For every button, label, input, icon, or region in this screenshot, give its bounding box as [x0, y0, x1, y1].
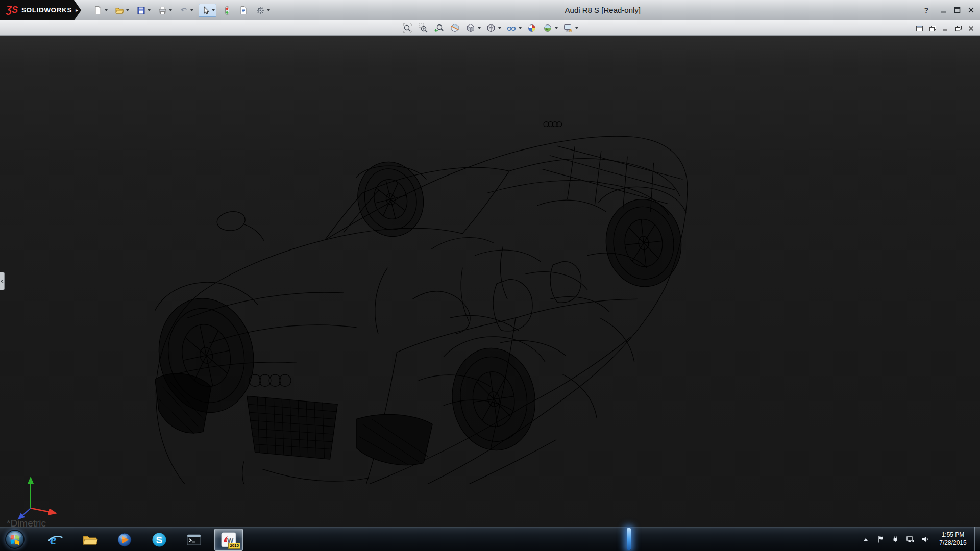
window-title: Audi R8 S [Read-only]	[565, 6, 641, 14]
network-button[interactable]	[904, 533, 916, 545]
menu-expand-icon[interactable]: ▸	[76, 7, 78, 13]
help-button[interactable]: ?	[924, 6, 928, 14]
coordinate-triad-icon	[10, 472, 59, 523]
hide-show-items-dropdown[interactable]	[519, 27, 522, 31]
select-icon	[200, 5, 210, 15]
hide-show-items-button[interactable]	[504, 21, 523, 35]
zoom-to-fit-button[interactable]	[400, 21, 414, 35]
flag-icon	[876, 535, 885, 543]
undo-dropdown[interactable]	[190, 9, 193, 13]
view-settings-icon	[562, 22, 574, 34]
display-style-button[interactable]	[484, 21, 503, 35]
new-button[interactable]	[91, 4, 109, 17]
zoom-to-fit-icon	[402, 22, 413, 34]
svg-text:S: S	[156, 535, 163, 545]
titlebar: ƷS SOLIDWORKS ▸ Audi R8 S [Read-only] ?	[0, 0, 980, 20]
system-tray: 1:55 PM 7/28/2015	[860, 527, 972, 551]
options-icon	[255, 5, 265, 15]
open-button[interactable]	[113, 4, 131, 17]
solidworks-logo-mark-icon: ƷS	[6, 5, 18, 15]
internet-explorer-button[interactable]: e	[41, 529, 69, 551]
options-button[interactable]	[254, 4, 272, 17]
messenger-s-button[interactable]: S	[145, 529, 174, 551]
taskbar-clock[interactable]: 1:55 PM 7/28/2015	[934, 531, 972, 547]
print-dropdown[interactable]	[169, 9, 172, 13]
previous-view-icon	[433, 22, 445, 34]
solidworks-brand-text: SOLIDWORKS	[21, 6, 72, 14]
start-button[interactable]	[5, 530, 24, 549]
undo-button[interactable]	[177, 4, 195, 17]
close-icon	[968, 7, 974, 13]
print-icon	[157, 5, 167, 15]
chevron-up-icon	[862, 536, 869, 542]
view-settings-button[interactable]	[561, 21, 580, 35]
close-button[interactable]	[967, 6, 975, 14]
command-prompt-icon	[185, 531, 203, 548]
device-button[interactable]	[890, 533, 901, 545]
zoom-to-area-button[interactable]	[416, 21, 430, 35]
internet-explorer-icon: e	[46, 531, 64, 548]
doc-window-button[interactable]	[916, 26, 923, 31]
windows-explorer-button[interactable]	[76, 529, 104, 551]
new-dropdown[interactable]	[105, 9, 108, 13]
file-properties-button[interactable]	[237, 4, 250, 17]
taskbar: e	[0, 527, 980, 551]
doc-minimize-button[interactable]	[943, 26, 949, 31]
save-icon	[136, 5, 146, 15]
view-orientation-label: *Dimetric	[7, 518, 46, 527]
view-settings-dropdown[interactable]	[575, 27, 578, 31]
show-desktop-button[interactable]	[974, 527, 980, 551]
doc-cascade-button[interactable]	[929, 26, 936, 31]
car-wireframe-model[interactable]	[150, 112, 691, 484]
minimize-button[interactable]	[939, 6, 947, 14]
minimize-icon	[940, 7, 947, 13]
taskbar-apps: e	[38, 527, 246, 551]
clock-date: 7/28/2015	[934, 539, 972, 547]
apply-scene-dropdown[interactable]	[555, 27, 558, 31]
network-icon	[906, 535, 915, 543]
document-window-controls	[916, 20, 974, 36]
solidworks-version-badge: 2015	[228, 543, 240, 548]
apply-scene-button[interactable]	[541, 21, 559, 35]
power-plug-icon	[891, 535, 899, 543]
maximize-icon	[954, 7, 961, 13]
options-dropdown[interactable]	[267, 9, 270, 13]
view-toolbar	[400, 21, 580, 35]
select-button[interactable]	[199, 4, 216, 17]
command-prompt-button[interactable]	[180, 529, 208, 551]
action-center-button[interactable]	[875, 533, 886, 545]
volume-button[interactable]	[919, 533, 930, 545]
open-dropdown[interactable]	[126, 9, 129, 13]
save-button[interactable]	[134, 4, 152, 17]
media-player-button[interactable]	[110, 529, 139, 551]
view-orientation-button[interactable]	[463, 21, 482, 35]
section-view-button[interactable]	[448, 21, 462, 35]
speaker-icon	[921, 535, 929, 543]
taskbar-glow	[627, 528, 631, 550]
panel-expand-tab[interactable]	[0, 272, 5, 290]
edit-appearance-icon	[526, 22, 537, 34]
doc-restore-button[interactable]	[955, 26, 962, 31]
new-icon	[93, 5, 103, 15]
solidworks-button[interactable]: W 2015	[214, 529, 243, 551]
apply-scene-icon	[542, 22, 553, 34]
edit-appearance-button[interactable]	[525, 21, 539, 35]
select-dropdown[interactable]	[212, 9, 215, 13]
toolstrip	[0, 20, 980, 36]
zoom-to-area-icon	[418, 22, 429, 34]
print-button[interactable]	[156, 4, 174, 17]
graphics-viewport[interactable]: *Dimetric	[0, 36, 980, 527]
view-orientation-dropdown[interactable]	[478, 27, 481, 31]
hidden-icons-button[interactable]	[860, 533, 871, 545]
doc-close-button[interactable]	[968, 26, 974, 31]
save-dropdown[interactable]	[148, 9, 151, 13]
svg-text:e: e	[50, 532, 56, 547]
media-player-icon	[116, 531, 133, 548]
rebuild-button[interactable]	[220, 4, 233, 17]
display-style-dropdown[interactable]	[498, 27, 501, 31]
rebuild-icon	[222, 5, 232, 15]
maximize-button[interactable]	[953, 6, 961, 14]
previous-view-button[interactable]	[432, 21, 446, 35]
folder-icon	[81, 531, 99, 548]
undo-icon	[179, 5, 189, 15]
